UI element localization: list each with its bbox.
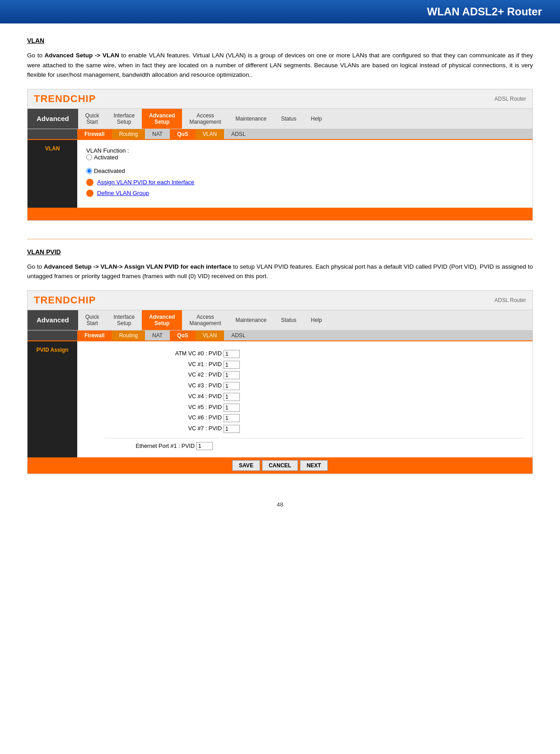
trendchip-logo-1: TRENDCHIP xyxy=(34,93,96,105)
next-button[interactable]: NEXT xyxy=(300,460,328,471)
router-button-footer: SAVE CANCEL NEXT xyxy=(28,457,532,474)
router-sidebar-1: VLAN xyxy=(28,140,77,208)
vlan-link-icon-1 xyxy=(86,179,93,186)
pvid-label-vc5: VC #5 : PVID xyxy=(140,402,222,413)
nav-interface-setup-2[interactable]: InterfaceSetup xyxy=(106,310,142,330)
pvid-input-vc0[interactable] xyxy=(224,350,240,358)
advanced-nav-btn-1[interactable]: Advanced xyxy=(28,109,78,129)
adsl-label-2: ADSL Router xyxy=(495,297,526,303)
nav-help-1[interactable]: Help xyxy=(303,112,329,126)
define-vlan-group-link[interactable]: Define VLAN Group xyxy=(97,190,149,196)
subnav-routing-2[interactable]: Routing xyxy=(112,330,145,340)
nav-access-management-1[interactable]: AccessManagement xyxy=(182,109,228,129)
nav-quick-start-2[interactable]: QuickStart xyxy=(78,310,107,330)
pvid-row-vc3: VC #3 : PVID xyxy=(140,381,523,391)
router-content-1: VLAN VLAN Function : Activated Deactivat… xyxy=(28,140,532,208)
subnav-qos-1[interactable]: QoS xyxy=(170,129,196,139)
assign-pvid-link[interactable]: Assign VLAN PVID for each Interface xyxy=(97,179,194,186)
router-box-2: TRENDCHIP ADSL Router Advanced QuickStar… xyxy=(27,290,533,474)
pvid-input-vc1[interactable] xyxy=(224,361,240,369)
sub-nav-1: Firewall Routing NAT QoS VLAN ADSL xyxy=(28,129,532,140)
pvid-label-vc2: VC #2 : PVID xyxy=(140,370,222,381)
vlan-pvid-section-title: VLAN PVID xyxy=(27,248,533,256)
subnav-vlan-1[interactable]: VLAN xyxy=(196,129,224,139)
radio-deactivated-label[interactable]: Deactivated xyxy=(86,168,523,174)
pvid-label-vc3: VC #3 : PVID xyxy=(140,381,222,391)
nav-quick-start-1[interactable]: QuickStart xyxy=(78,109,107,129)
pvid-input-vc7[interactable] xyxy=(224,425,240,433)
radio-activated-label[interactable]: Activated xyxy=(86,154,523,161)
pvid-input-vc5[interactable] xyxy=(224,404,240,412)
cancel-button[interactable]: CANCEL xyxy=(262,460,298,471)
pvid-row-vc2: VC #2 : PVID xyxy=(140,370,523,381)
router-footer-1 xyxy=(28,208,532,220)
router-box-1: TRENDCHIP ADSL Router Advanced QuickStar… xyxy=(27,89,533,221)
ethernet-row: Ethernet Port #1 : PVID xyxy=(104,438,523,450)
page-number: 48 xyxy=(27,492,533,517)
pvid-row-vc0: ATM VC #0 : PVID xyxy=(140,349,523,359)
radio-deactivated[interactable] xyxy=(86,168,92,174)
section-divider xyxy=(27,239,533,239)
pvid-row-vc7: VC #7 : PVID xyxy=(140,424,523,434)
pvid-label-vc1: VC #1 : PVID xyxy=(140,359,222,370)
pvid-table: ATM VC #0 : PVID VC #1 : PVID VC #2 : PV… xyxy=(86,349,523,434)
advanced-nav-btn-2[interactable]: Advanced xyxy=(28,310,78,330)
pvid-label-vc7: VC #7 : PVID xyxy=(140,424,222,434)
subnav-adsl-2[interactable]: ADSL xyxy=(224,330,252,340)
vlan-link-row-1: Assign VLAN PVID for each Interface xyxy=(86,179,523,186)
subnav-adsl-1[interactable]: ADSL xyxy=(224,129,252,139)
pvid-label-vc4: VC #4 : PVID xyxy=(140,391,222,402)
page-title: WLAN ADSL2+ Router xyxy=(427,5,542,18)
router-main-1: VLAN Function : Activated Deactivated As… xyxy=(77,140,532,208)
pvid-row-vc1: VC #1 : PVID xyxy=(140,359,523,370)
nav-interface-setup-1[interactable]: InterfaceSetup xyxy=(106,109,142,129)
nav-items-1: QuickStart InterfaceSetup AdvancedSetup … xyxy=(78,109,532,129)
subnav-qos-2[interactable]: QoS xyxy=(170,330,196,340)
nav-status-1[interactable]: Status xyxy=(274,112,303,126)
ethernet-pvid-input[interactable] xyxy=(196,442,213,450)
ethernet-label: Ethernet Port #1 : PVID xyxy=(104,443,195,449)
vlan-body-text: Go to Advanced Setup -> VLAN to enable V… xyxy=(27,51,533,80)
pvid-input-vc3[interactable] xyxy=(224,382,240,390)
vlan-section-title: VLAN xyxy=(27,37,533,44)
pvid-label-vc6: VC #6 : PVID xyxy=(140,413,222,424)
save-button[interactable]: SAVE xyxy=(232,460,260,471)
nav-advanced-setup-1[interactable]: AdvancedSetup xyxy=(142,109,182,129)
subnav-vlan-2[interactable]: VLAN xyxy=(196,330,224,340)
pvid-input-vc6[interactable] xyxy=(224,414,240,422)
page-header: WLAN ADSL2+ Router xyxy=(0,0,560,23)
sub-nav-2: Firewall Routing NAT QoS VLAN ADSL xyxy=(28,330,532,341)
pvid-input-vc4[interactable] xyxy=(224,393,240,401)
radio-activated-text: Activated xyxy=(94,154,118,161)
radio-activated[interactable] xyxy=(86,154,92,160)
router-header-2: TRENDCHIP ADSL Router xyxy=(28,291,532,310)
subnav-nat-2[interactable]: NAT xyxy=(145,330,170,340)
router-content-2: PVID Assign ATM VC #0 : PVID VC #1 : PVI… xyxy=(28,341,532,457)
nav-access-management-2[interactable]: AccessManagement xyxy=(182,310,228,330)
nav-bar-2: Advanced QuickStart InterfaceSetup Advan… xyxy=(28,310,532,330)
vlan-link-row-2: Define VLAN Group xyxy=(86,190,523,197)
nav-bar-1: Advanced QuickStart InterfaceSetup Advan… xyxy=(28,109,532,129)
nav-help-2[interactable]: Help xyxy=(303,313,329,327)
pvid-row-vc6: VC #6 : PVID xyxy=(140,413,523,424)
vlan-function-row: VLAN Function : Activated Deactivated xyxy=(86,147,523,174)
subnav-routing-1[interactable]: Routing xyxy=(112,129,145,139)
router-main-2: ATM VC #0 : PVID VC #1 : PVID VC #2 : PV… xyxy=(77,341,532,457)
pvid-row-vc5: VC #5 : PVID xyxy=(140,402,523,413)
pvid-row-vc4: VC #4 : PVID xyxy=(140,391,523,402)
nav-advanced-setup-2[interactable]: AdvancedSetup xyxy=(142,310,182,330)
subnav-firewall-2[interactable]: Firewall xyxy=(77,330,112,340)
pvid-label-vc0: ATM VC #0 : PVID xyxy=(140,349,222,359)
nav-status-2[interactable]: Status xyxy=(274,313,303,327)
vlan-pvid-body-text: Go to Advanced Setup -> VLAN-> Assign VL… xyxy=(27,262,533,281)
adsl-label-1: ADSL Router xyxy=(495,96,526,102)
pvid-input-vc2[interactable] xyxy=(224,371,240,379)
router-header-1: TRENDCHIP ADSL Router xyxy=(28,89,532,109)
radio-deactivated-text: Deactivated xyxy=(94,168,125,174)
nav-maintenance-2[interactable]: Maintenance xyxy=(229,313,274,327)
nav-maintenance-1[interactable]: Maintenance xyxy=(229,112,274,126)
main-content: VLAN Go to Advanced Setup -> VLAN to ena… xyxy=(0,23,560,531)
trendchip-logo-2: TRENDCHIP xyxy=(34,294,96,306)
subnav-nat-1[interactable]: NAT xyxy=(145,129,170,139)
subnav-firewall-1[interactable]: Firewall xyxy=(77,129,112,139)
